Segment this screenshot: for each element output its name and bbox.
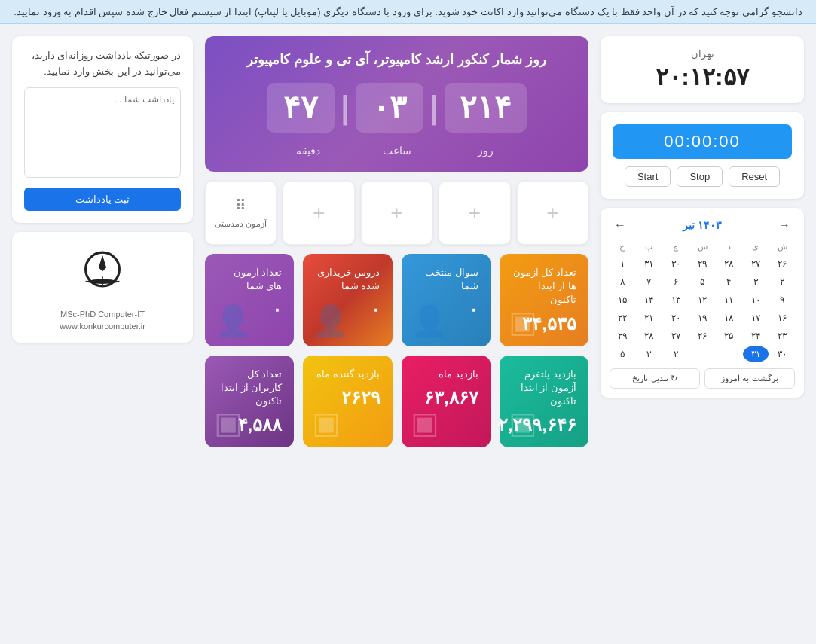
stats-row-2: بازدید پلتفرم آزمون از ابتدا تاکنون ۲,۲۹… xyxy=(205,356,588,448)
square-icon-3: ▣ xyxy=(312,405,341,440)
cal-day[interactable]: ۳۰ xyxy=(663,255,688,272)
cal-day[interactable]: ۱۷ xyxy=(743,310,768,326)
cal-day[interactable]: ۳۰ xyxy=(770,346,795,362)
cal-day[interactable]: ۲۶ xyxy=(770,255,795,272)
cal-day[interactable]: ۱۵ xyxy=(610,291,634,308)
cal-day-empty xyxy=(717,346,741,362)
timer-stop-button[interactable]: Stop xyxy=(677,166,723,187)
stat-card-monthly-visits: بازدید ماه ۶۳,۸۶۷ ▣ xyxy=(402,356,491,448)
cal-day[interactable]: ۲۲ xyxy=(610,310,634,326)
cal-day[interactable]: ۲۱ xyxy=(636,310,661,326)
shortcut-exam[interactable]: ⠿ آزمون دمدستی xyxy=(205,181,277,245)
cal-dayname-5: پ xyxy=(636,240,661,254)
plus-icon-1: + xyxy=(546,201,558,225)
cal-day[interactable]: ۱۲ xyxy=(689,291,714,308)
cal-day[interactable]: ۱۰ xyxy=(743,291,768,308)
calendar-prev-button[interactable]: → xyxy=(774,217,795,233)
countdown-days-box: ۲۱۴ xyxy=(445,83,527,133)
calendar-footer: برگشت به امروز ↻ تبدیل تاریخ xyxy=(610,368,795,389)
cal-day[interactable]: ۲۷ xyxy=(743,255,768,272)
logo-subtitle-1: MSc-PhD Computer-IT xyxy=(24,310,181,319)
cal-day[interactable]: ۱۹ xyxy=(689,310,714,326)
person-icon-1: 👤 xyxy=(411,304,448,339)
logo-subtitle-2: www.konkurcomputer.ir xyxy=(24,322,181,331)
cal-day[interactable]: ۳۱ xyxy=(636,255,661,272)
cal-day[interactable]: ۵ xyxy=(610,346,634,362)
shortcut-plus-3[interactable]: + xyxy=(361,181,432,245)
stat-card-total-users-title: تعداد کل کاربران از ابتدا تاکنون xyxy=(217,368,282,409)
cal-day[interactable]: ۴ xyxy=(717,273,741,290)
cal-day[interactable]: ۲۹ xyxy=(689,255,714,272)
cal-day[interactable]: ۱۴ xyxy=(636,291,661,308)
shortcut-plus-1[interactable]: + xyxy=(517,181,588,245)
shortcuts-grid: + + + + ⠿ آزمون دمدستی xyxy=(205,181,588,245)
countdown-sep-1: | xyxy=(428,83,440,133)
cal-day[interactable]: ۲۵ xyxy=(717,328,741,344)
cal-day[interactable]: ۲۷ xyxy=(663,328,688,344)
site-logo xyxy=(72,244,133,304)
countdown-hours-value: ۰۳ xyxy=(371,92,408,124)
shortcut-plus-4[interactable]: + xyxy=(283,181,354,245)
cal-dayname-4: چ xyxy=(663,240,688,254)
cal-day[interactable]: ۱۳ xyxy=(663,291,688,308)
notes-title: در صورتیکه یادداشت روزانه‌ای دارید، می‌ت… xyxy=(24,48,181,80)
person-icon-2: 👤 xyxy=(312,304,350,339)
countdown-hours-box: ۰۳ xyxy=(356,83,423,133)
timer-start-button[interactable]: Start xyxy=(625,166,671,187)
cal-day[interactable]: ۲۹ xyxy=(610,328,634,344)
go-today-button[interactable]: برگشت به امروز xyxy=(704,368,795,389)
cal-day[interactable]: ۹ xyxy=(770,291,795,308)
cal-day[interactable]: ۲ xyxy=(663,346,688,362)
cal-day[interactable]: ۲۴ xyxy=(743,328,768,344)
cal-day[interactable]: ۲۶ xyxy=(689,328,714,344)
timer-display: 00:00:00 xyxy=(613,124,792,159)
shortcut-plus-2[interactable]: + xyxy=(439,181,510,245)
stat-card-platform-visits-title: بازدید پلتفرم آزمون از ابتدا تاکنون xyxy=(512,368,576,409)
top-banner: دانشجو گرامی توجه کنید که در آن واحد فقط… xyxy=(0,0,816,24)
convert-date-label: تبدیل تاریخ xyxy=(632,374,668,383)
cal-day[interactable]: ۱۱ xyxy=(717,291,741,308)
timer-reset-button[interactable]: Reset xyxy=(729,166,780,187)
right-column: در صورتیکه یادداشت روزانه‌ای دارید، می‌ت… xyxy=(12,36,193,447)
cal-day[interactable]: ۲۸ xyxy=(636,328,661,344)
cal-day[interactable]: ۲ xyxy=(770,273,795,290)
stat-card-selected-q-title: سوال منتخب شما xyxy=(414,266,478,293)
cal-day[interactable]: ۳ xyxy=(636,346,661,362)
cal-day[interactable]: ۷ xyxy=(636,273,661,290)
cal-day[interactable]: ۱۶ xyxy=(770,310,795,326)
convert-date-button[interactable]: ↻ تبدیل تاریخ xyxy=(610,368,700,389)
countdown-label-sep-2 xyxy=(347,145,359,157)
cal-day[interactable]: ۲۰ xyxy=(663,310,688,326)
cal-day[interactable]: ۸ xyxy=(610,273,634,290)
countdown-card: روز شمار کنکور ارشد کامپیوتر، آی تی و عل… xyxy=(205,36,588,172)
countdown-title: روز شمار کنکور ارشد کامپیوتر، آی تی و عل… xyxy=(220,51,573,68)
cal-day[interactable]: ۵ xyxy=(689,273,714,290)
cal-dayname-1: ی xyxy=(743,240,768,254)
stat-card-selected-q: سوال منتخب شما ۰ 👤 xyxy=(402,254,491,346)
cal-day[interactable]: ۱۸ xyxy=(717,310,741,326)
square-icon-2: ▣ xyxy=(411,405,439,440)
notes-save-button[interactable]: ثبت یادداشت xyxy=(24,188,181,211)
shortcut-exam-label: آزمون دمدستی xyxy=(215,219,267,229)
stat-card-total-exams: تعداد کل آزمون ها از ابتدا تاکنون ۳۴,۵۳۵… xyxy=(500,254,588,346)
cal-day-empty xyxy=(689,346,714,362)
notes-textarea[interactable] xyxy=(24,87,181,178)
cal-day[interactable]: ۳ xyxy=(743,273,768,290)
stat-card-total-exams-title: تعداد کل آزمون ها از ابتدا تاکنون xyxy=(512,266,576,307)
logo-card: MSc-PhD Computer-IT www.konkurcomputer.i… xyxy=(12,232,193,343)
calendar-next-button[interactable]: ← xyxy=(610,217,631,233)
cal-day[interactable]: ۲۳ xyxy=(770,328,795,344)
cal-day[interactable]: ۶ xyxy=(663,273,688,290)
stats-row-1: تعداد کل آزمون ها از ابتدا تاکنون ۳۴,۵۳۵… xyxy=(205,254,588,346)
calendar-header: → ۱۴۰۳ تیر ← xyxy=(610,217,795,233)
grid-icon: ⠿ xyxy=(235,197,246,215)
countdown-sep-2: | xyxy=(339,83,351,133)
timer-buttons: Reset Stop Start xyxy=(613,166,792,187)
cal-dayname-6: ج xyxy=(610,240,634,254)
cal-day[interactable]: ۱ xyxy=(610,255,634,272)
cal-day-today[interactable]: ۳۱ xyxy=(743,346,768,362)
countdown-minutes-label: دقیقه xyxy=(274,145,342,157)
go-today-label: برگشت به امروز xyxy=(721,374,778,383)
cal-day[interactable]: ۲۸ xyxy=(717,255,741,272)
stat-card-monthly-visits-title: بازدید ماه xyxy=(414,368,478,381)
